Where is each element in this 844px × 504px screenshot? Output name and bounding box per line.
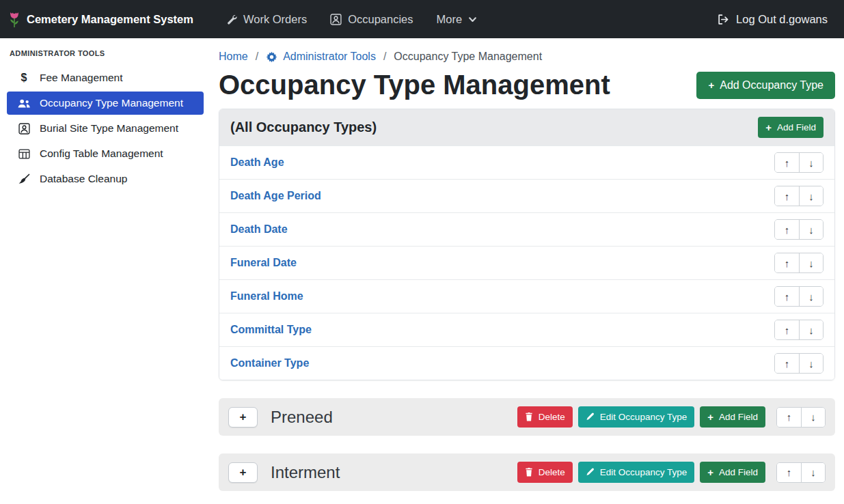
sidebar-item-label: Occupancy Type Management [40,97,183,109]
move-down-button[interactable]: ↓ [799,153,823,172]
move-up-button[interactable]: ↑ [775,220,799,239]
plus-icon: + [707,467,713,477]
add-occupancy-type-label: Add Occupancy Type [720,79,823,92]
breadcrumb-home-link[interactable]: Home [219,51,248,63]
trash-icon [525,412,533,421]
dollar-icon: $ [16,72,31,84]
users-icon [16,98,31,109]
move-up-button[interactable]: ↑ [775,153,799,172]
move-down-button[interactable]: ↓ [801,463,825,482]
broom-icon [16,173,31,184]
move-up-button[interactable]: ↑ [775,320,799,339]
move-down-button[interactable]: ↓ [799,287,823,306]
sidebar-item-fee-management[interactable]: $ Fee Management [7,66,204,89]
add-field-label: Add Field [777,122,816,132]
trash-icon [525,468,533,477]
move-up-button[interactable]: ↑ [777,408,801,427]
edit-occupancy-type-button[interactable]: Edit Occupancy Type [578,462,694,483]
sidebar-item-label: Database Cleanup [40,173,127,185]
field-link[interactable]: Death Age Period [230,190,321,202]
occupancy-type-section-interment: + Interment Delete [219,453,835,491]
logout-icon [717,14,730,25]
sidebar-item-label: Config Table Management [40,148,163,160]
reorder-button-group: ↑ ↓ [774,286,823,307]
field-link[interactable]: Container Type [230,357,309,369]
move-up-button[interactable]: ↑ [775,253,799,272]
sidebar-item-database-cleanup[interactable]: Database Cleanup [7,167,204,191]
expand-section-button[interactable]: + [228,407,258,428]
add-field-button[interactable]: + Add Field [700,406,765,428]
move-down-button[interactable]: ↓ [799,220,823,239]
section-actions: Delete Edit Occupancy Type + Add Field ↑ [517,462,826,483]
nav-item-more[interactable]: More [437,13,478,26]
breadcrumb-separator: / [383,51,386,63]
move-up-button[interactable]: ↑ [777,463,801,482]
field-link[interactable]: Death Date [230,223,288,236]
sidebar-item-occupancy-type-management[interactable]: Occupancy Type Management [7,92,204,115]
main-content: Home / Administrator Tools / Occupancy T… [210,38,844,504]
move-down-button[interactable]: ↓ [799,253,823,272]
plus-icon: + [707,412,713,422]
add-field-button[interactable]: + Add Field [758,117,823,138]
pencil-icon [586,412,595,421]
tools-icon [226,14,237,25]
reorder-button-group: ↑ ↓ [774,353,823,374]
move-up-button[interactable]: ↑ [775,354,799,373]
reorder-button-group: ↑ ↓ [774,219,823,240]
logout-button[interactable]: Log Out d.gowans [717,13,828,26]
expand-section-button[interactable]: + [228,462,258,483]
nav-item-label: Work Orders [243,13,307,26]
nav-item-occupancies[interactable]: Occupancies [330,13,413,26]
delete-label: Delete [539,412,565,422]
nav-item-work-orders[interactable]: Work Orders [226,13,307,26]
gear-icon [266,51,277,63]
add-occupancy-type-button[interactable]: + Add Occupancy Type [696,72,835,99]
pencil-icon [586,468,595,477]
top-navbar: Cemetery Management System Work Orders O… [0,0,844,38]
sidebar-item-config-table-management[interactable]: Config Table Management [7,142,204,165]
breadcrumb-current: Occupancy Type Management [394,51,542,63]
breadcrumb-admin-tools-label: Administrator Tools [283,51,376,63]
nav-item-label: Occupancies [348,13,413,26]
sidebar-item-label: Burial Site Type Management [40,122,178,135]
field-row: Funeral Home ↑ ↓ [219,279,834,313]
reorder-button-group: ↑ ↓ [776,407,826,428]
card-header: (All Occupancy Types) + Add Field [219,109,834,145]
brand-link[interactable]: Cemetery Management System [8,10,193,29]
field-link[interactable]: Committal Type [230,324,312,336]
delete-button[interactable]: Delete [517,462,573,483]
move-down-button[interactable]: ↓ [801,408,825,427]
reorder-button-group: ↑ ↓ [774,152,823,173]
move-down-button[interactable]: ↓ [799,320,823,339]
add-field-button[interactable]: + Add Field [700,462,765,483]
edit-occupancy-type-button[interactable]: Edit Occupancy Type [578,406,694,428]
field-row: Committal Type ↑ ↓ [219,313,834,346]
field-link[interactable]: Death Age [230,156,284,169]
breadcrumb-separator: / [256,51,258,63]
add-field-label: Add Field [719,412,758,422]
brand-label: Cemetery Management System [27,13,193,26]
move-down-button[interactable]: ↓ [799,354,823,373]
sidebar-item-burial-site-type-management[interactable]: Burial Site Type Management [7,117,204,140]
chevron-down-icon [468,15,477,24]
person-square-icon [330,14,342,25]
reorder-button-group: ↑ ↓ [774,320,823,340]
breadcrumb-admin-tools-link[interactable]: Administrator Tools [266,51,376,63]
move-up-button[interactable]: ↑ [775,287,799,306]
reorder-button-group: ↑ ↓ [774,253,823,273]
field-link[interactable]: Funeral Home [230,290,303,303]
table-icon [16,149,31,159]
sidebar: ADMINISTRATOR TOOLS $ Fee Management Occ… [0,38,210,504]
section-title: Interment [271,463,340,482]
move-down-button[interactable]: ↓ [799,186,823,206]
move-up-button[interactable]: ↑ [775,186,799,206]
plus-icon: + [708,80,714,90]
field-row: Container Type ↑ ↓ [219,346,834,380]
occupancy-type-section-preneed: + Preneed Delete [219,398,835,436]
field-row: Death Date ↑ ↓ [219,212,834,246]
field-row: Death Age Period ↑ ↓ [219,179,834,212]
field-link[interactable]: Funeral Date [230,257,297,269]
reorder-button-group: ↑ ↓ [774,186,823,206]
sidebar-item-label: Fee Management [40,72,123,84]
delete-button[interactable]: Delete [517,406,573,428]
